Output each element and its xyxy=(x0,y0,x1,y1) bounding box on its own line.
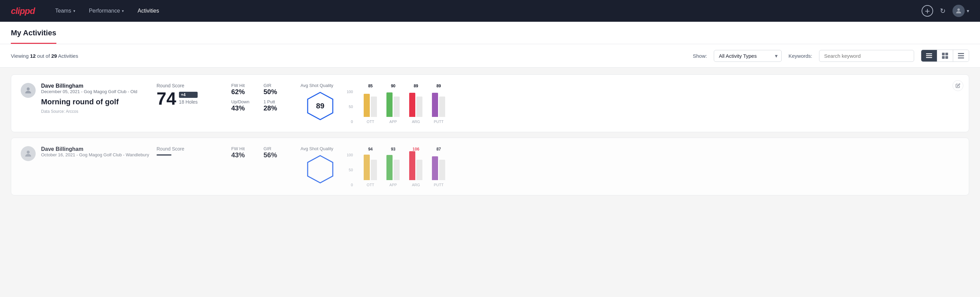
nav-performance[interactable]: Performance ▾ xyxy=(82,0,131,22)
hexagon-value: 89 xyxy=(316,102,324,110)
svg-rect-9 xyxy=(958,55,964,56)
stats-grid: FW Hit 62% GIR 50% Up/Down 43% 1 Putt 28… xyxy=(224,83,293,112)
user-menu[interactable]: ▾ xyxy=(953,5,969,17)
y-label-0-2: 0 xyxy=(351,183,353,187)
bar-chart-section-2: 100 50 0 94 OTT 93 xyxy=(340,146,959,187)
stat-fw-hit-value: 62% xyxy=(231,88,260,96)
edit-button[interactable] xyxy=(953,80,963,91)
svg-point-0 xyxy=(957,8,959,11)
bar-chart-section: 100 50 0 85 OTT 90 xyxy=(340,83,959,124)
hexagon-container-2 xyxy=(305,154,336,185)
svg-rect-10 xyxy=(958,57,964,59)
stat-updown-value: 43% xyxy=(231,104,260,112)
logo[interactable]: clippd xyxy=(11,6,35,16)
bar-putt-bg xyxy=(439,96,445,117)
y-label-50: 50 xyxy=(349,105,353,109)
view-toggles xyxy=(921,50,969,62)
view-toggle-grid[interactable] xyxy=(937,50,953,62)
bar-chart-y-axis-2: 100 50 0 xyxy=(347,153,353,187)
stat-fw-hit-label-2: FW Hit xyxy=(231,146,260,151)
add-icon[interactable]: + xyxy=(921,5,933,17)
show-label: Show: xyxy=(693,53,707,59)
y-label-100-2: 100 xyxy=(347,153,353,157)
activity-card: Dave Billingham December 05, 2021 - Gog … xyxy=(11,74,969,132)
bar-value-putt: 89 xyxy=(436,84,441,88)
round-score-section-2: Round Score xyxy=(150,146,224,158)
bar-label-app: APP xyxy=(390,120,397,124)
svg-rect-3 xyxy=(926,57,932,58)
stat-fw-hit-2: FW Hit 43% xyxy=(231,146,260,159)
avg-shot-quality-label: Avg Shot Quality xyxy=(301,83,334,88)
viewing-text: Viewing 12 out of 29 Activities xyxy=(11,53,686,59)
nav-activities[interactable]: Activities xyxy=(131,0,166,22)
svg-point-13 xyxy=(27,150,30,153)
bar-group-arg: 89 ARG xyxy=(409,84,422,124)
bar-value-arg: 89 xyxy=(414,84,418,88)
bar-putt xyxy=(432,93,438,117)
hexagon-svg-2 xyxy=(305,154,336,185)
bar-app-bg-2 xyxy=(394,160,400,180)
bar-arg xyxy=(409,93,415,117)
avatar xyxy=(21,83,36,98)
view-toggle-list[interactable] xyxy=(953,50,969,62)
bar-chart-2: 100 50 0 94 OTT 93 xyxy=(347,146,946,187)
bar-chart-y-axis: 100 50 0 xyxy=(347,90,353,124)
stat-gir-label-2: GIR xyxy=(264,146,293,151)
stat-fw-hit-label: FW Hit xyxy=(231,83,260,88)
card-left: Dave Billingham December 05, 2021 - Gog … xyxy=(21,83,150,114)
page-title-area: My Activities xyxy=(0,22,980,44)
avatar xyxy=(953,5,965,17)
bar-app xyxy=(387,93,393,117)
main-content: Dave Billingham December 05, 2021 - Gog … xyxy=(0,68,980,297)
bar-value-ott-2: 94 xyxy=(368,147,372,152)
avatar-2 xyxy=(21,146,36,161)
user-menu-chevron-icon: ▾ xyxy=(967,8,969,14)
activity-type-select-wrapper[interactable]: All Activity Types xyxy=(714,50,782,62)
stat-oneputt: 1 Putt 28% xyxy=(264,99,293,112)
avg-shot-quality-section: Avg Shot Quality 89 xyxy=(293,83,340,121)
stat-gir-value-2: 56% xyxy=(264,151,293,159)
y-label-0: 0 xyxy=(351,120,353,124)
svg-rect-8 xyxy=(958,53,964,54)
bar-group-app-2: 93 APP xyxy=(387,147,400,187)
activity-type-select[interactable]: All Activity Types xyxy=(714,50,782,62)
bar-value-ott: 85 xyxy=(368,84,372,88)
bar-wrap-arg xyxy=(409,90,422,117)
avg-shot-quality-section-2: Avg Shot Quality xyxy=(293,146,340,185)
card-data-source: Data Source: Arccos xyxy=(41,109,150,114)
stat-gir-2: GIR 56% xyxy=(264,146,293,159)
bar-ott-bg xyxy=(371,96,377,117)
bar-arg-bg xyxy=(416,96,422,117)
score-badge: +4 xyxy=(179,92,197,98)
nav-teams[interactable]: Teams ▾ xyxy=(49,0,82,22)
bar-app-2 xyxy=(387,155,393,180)
header-right: + ↻ ▾ xyxy=(921,5,969,17)
svg-rect-7 xyxy=(945,56,948,59)
svg-rect-2 xyxy=(926,55,932,56)
bar-app-bg xyxy=(394,96,400,117)
header: clippd Teams ▾ Performance ▾ Activities … xyxy=(0,0,980,22)
card-left-2: Dave Billingham October 16, 2021 - Gog M… xyxy=(21,146,150,161)
svg-rect-1 xyxy=(926,53,932,54)
bar-group-putt: 89 PUTT xyxy=(432,84,445,124)
refresh-icon[interactable]: ↻ xyxy=(940,7,946,15)
bar-label-app-2: APP xyxy=(390,183,397,187)
stats-grid-2: FW Hit 43% GIR 56% xyxy=(224,146,293,159)
search-input[interactable] xyxy=(819,50,914,62)
card-user-name: Dave Billingham xyxy=(41,83,150,89)
viewing-count: 12 xyxy=(30,53,36,59)
stat-fw-hit-value-2: 43% xyxy=(231,151,260,159)
card-date-course: December 05, 2021 - Gog Magog Golf Club … xyxy=(41,89,150,94)
performance-chevron-icon: ▾ xyxy=(122,9,124,13)
bar-wrap-ott xyxy=(364,90,377,117)
bar-putt-2 xyxy=(432,156,438,180)
view-toggle-dense-list[interactable] xyxy=(921,50,937,62)
bar-ott xyxy=(364,94,370,117)
round-score-value: 74 xyxy=(156,90,176,107)
bar-label-putt-2: PUTT xyxy=(434,183,444,187)
bar-group-arg-2: 106 ARG xyxy=(409,147,422,187)
score-placeholder-bar xyxy=(156,154,172,156)
keywords-label: Keywords: xyxy=(789,53,812,59)
bar-label-arg: ARG xyxy=(412,120,420,124)
bar-wrap-app-2 xyxy=(387,153,400,180)
